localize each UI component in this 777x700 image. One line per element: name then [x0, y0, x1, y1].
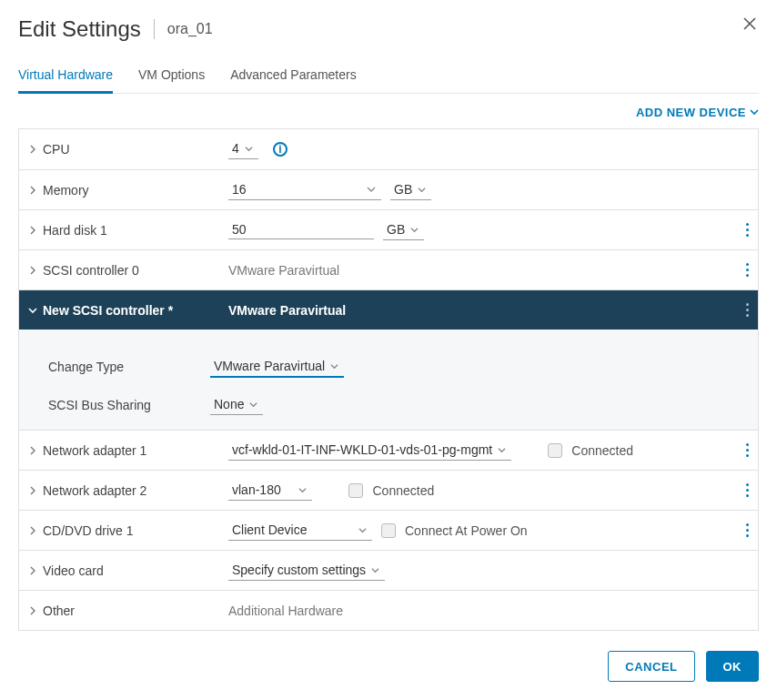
cancel-button[interactable]: CANCEL [608, 651, 694, 682]
row-net1-toggle[interactable]: Network adapter 1 [28, 443, 228, 458]
dialog-footer: CANCEL OK [608, 651, 759, 682]
net2-connected-label: Connected [372, 483, 434, 498]
bus-sharing-label: SCSI Bus Sharing [28, 398, 210, 412]
chevron-down-icon [418, 182, 426, 197]
memory-label: Memory [43, 183, 89, 198]
memory-value: 16 [232, 182, 247, 197]
chevron-down-icon [358, 522, 367, 537]
chevron-right-icon [28, 606, 37, 615]
row-cd-dvd-1: CD/DVD drive 1 Client Device Connect At … [19, 510, 758, 550]
row-network-adapter-2: Network adapter 2 vlan-180 Connected [19, 470, 758, 510]
hd1-size-input[interactable] [228, 220, 374, 239]
cd-value: Client Device [232, 522, 307, 537]
cpu-label: CPU [43, 142, 70, 157]
tab-vm-options[interactable]: VM Options [138, 67, 205, 93]
other-label: Other [43, 604, 75, 618]
add-new-device-label: ADD NEW DEVICE [636, 106, 746, 119]
bus-sharing-value: None [214, 397, 244, 411]
chevron-right-icon [28, 186, 37, 195]
cd-device-select[interactable]: Client Device [228, 521, 372, 541]
title-divider [154, 19, 155, 39]
row-hard-disk-1: Hard disk 1 GB [19, 209, 758, 249]
row-hd1-toggle[interactable]: Hard disk 1 [28, 223, 228, 238]
cd-actions-menu[interactable] [746, 523, 749, 537]
net2-label: Network adapter 2 [43, 483, 146, 498]
chevron-down-icon [28, 306, 37, 315]
row-memory-toggle[interactable]: Memory [28, 183, 228, 198]
other-value: Additional Hardware [228, 604, 343, 618]
hd1-unit-select[interactable]: GB [383, 220, 424, 240]
chevron-down-icon [750, 106, 759, 119]
tabs: Virtual Hardware VM Options Advanced Par… [18, 67, 759, 94]
memory-size-input[interactable]: 16 [228, 180, 381, 200]
scsi0-actions-menu[interactable] [746, 263, 749, 277]
cpu-value: 4 [232, 141, 239, 156]
cpu-count-select[interactable]: 4 [228, 139, 258, 159]
row-cd-toggle[interactable]: CD/DVD drive 1 [28, 523, 228, 538]
close-button[interactable] [742, 16, 757, 34]
net1-connected-checkbox[interactable] [548, 443, 562, 458]
cd-connect-label: Connect At Power On [405, 523, 528, 538]
net1-network-select[interactable]: vcf-wkld-01-IT-INF-WKLD-01-vds-01-pg-mgm… [228, 441, 511, 461]
row-new-scsi-body: Change Type VMware Paravirtual SCSI Bus … [19, 330, 758, 430]
net1-connected-label: Connected [571, 443, 633, 458]
change-type-label: Change Type [28, 360, 210, 374]
chevron-right-icon [28, 566, 37, 575]
row-network-adapter-1: Network adapter 1 vcf-wkld-01-IT-INF-WKL… [19, 430, 758, 470]
tab-advanced-parameters[interactable]: Advanced Parameters [230, 67, 357, 93]
tab-virtual-hardware[interactable]: Virtual Hardware [18, 67, 113, 94]
row-other: Other Additional Hardware [19, 590, 758, 630]
chevron-right-icon [28, 486, 37, 495]
row-other-toggle[interactable]: Other [28, 604, 228, 618]
cd-label: CD/DVD drive 1 [43, 523, 134, 538]
chevron-down-icon [498, 442, 506, 457]
net1-value: vcf-wkld-01-IT-INF-WKLD-01-vds-01-pg-mgm… [232, 442, 492, 457]
memory-unit: GB [394, 182, 412, 197]
row-scsi0-toggle[interactable]: SCSI controller 0 [28, 263, 228, 278]
row-video-card: Video card Specify custom settings [19, 550, 758, 590]
vm-name: ora_01 [167, 21, 213, 37]
hd1-actions-menu[interactable] [746, 223, 749, 237]
new-scsi-value: VMware Paravirtual [228, 303, 346, 318]
row-new-scsi-toggle[interactable]: New SCSI controller * [28, 303, 228, 318]
dialog-header: Edit Settings ora_01 [18, 16, 759, 42]
add-new-device-button[interactable]: ADD NEW DEVICE [636, 106, 759, 119]
bus-sharing-select[interactable]: None [210, 395, 263, 415]
row-memory: Memory 16 GB [19, 169, 758, 209]
net1-label: Network adapter 1 [43, 443, 146, 458]
row-cpu-toggle[interactable]: CPU [28, 142, 228, 157]
edit-settings-dialog: Edit Settings ora_01 Virtual Hardware VM… [0, 0, 777, 700]
change-type-select[interactable]: VMware Paravirtual [210, 357, 344, 378]
net2-network-select[interactable]: vlan-180 [228, 481, 312, 501]
memory-unit-select[interactable]: GB [390, 180, 431, 200]
chevron-down-icon [298, 482, 307, 497]
chevron-down-icon [371, 563, 379, 577]
hd1-unit: GB [387, 222, 405, 237]
chevron-down-icon [367, 182, 376, 197]
chevron-right-icon [28, 145, 37, 154]
add-device-container: ADD NEW DEVICE [18, 105, 759, 119]
chevron-right-icon [28, 446, 37, 455]
net1-actions-menu[interactable] [746, 443, 749, 457]
net2-actions-menu[interactable] [746, 483, 749, 497]
chevron-right-icon [28, 226, 37, 235]
video-label: Video card [43, 563, 104, 578]
chevron-right-icon [28, 266, 37, 275]
row-scsi-0: SCSI controller 0 VMware Paravirtual [19, 249, 758, 289]
ok-button[interactable]: OK [706, 651, 760, 682]
row-video-toggle[interactable]: Video card [28, 563, 228, 578]
dialog-title: Edit Settings [18, 16, 141, 42]
change-type-value: VMware Paravirtual [214, 359, 325, 373]
cd-connect-checkbox[interactable] [381, 523, 396, 538]
chevron-down-icon [330, 359, 338, 373]
info-icon[interactable]: i [273, 142, 288, 157]
scsi0-label: SCSI controller 0 [43, 263, 139, 278]
net2-value: vlan-180 [232, 482, 281, 497]
scsi0-value: VMware Paravirtual [228, 263, 339, 278]
video-settings-select[interactable]: Specify custom settings [228, 561, 385, 581]
new-scsi-actions-menu[interactable] [746, 303, 749, 317]
net2-connected-checkbox[interactable] [348, 483, 363, 498]
row-net2-toggle[interactable]: Network adapter 2 [28, 483, 228, 498]
video-value: Specify custom settings [232, 563, 366, 577]
row-new-scsi: New SCSI controller * VMware Paravirtual [19, 289, 758, 330]
